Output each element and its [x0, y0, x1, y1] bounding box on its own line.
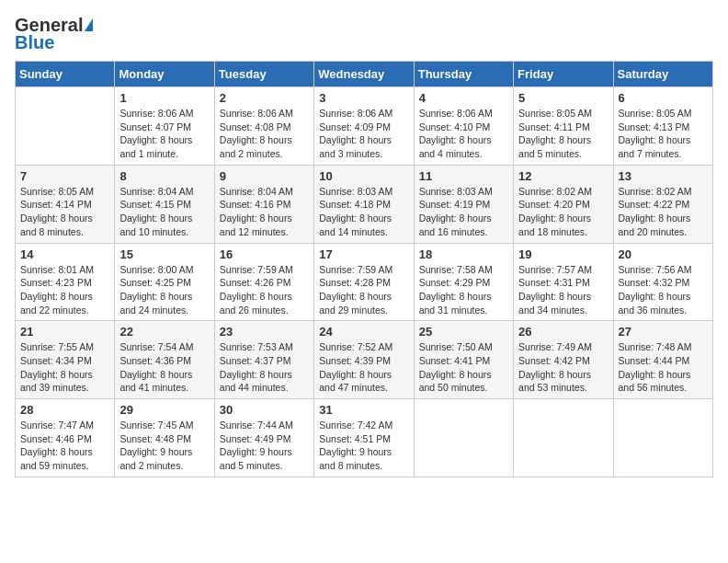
sunrise-text: Sunrise: 7:48 AM — [619, 340, 708, 354]
daylight-text: Daylight: 8 hours and 50 minutes. — [419, 368, 508, 395]
calendar-cell: 15Sunrise: 8:00 AMSunset: 4:25 PMDayligh… — [115, 243, 214, 321]
calendar-cell: 7Sunrise: 8:05 AMSunset: 4:14 PMDaylight… — [16, 165, 115, 243]
sunset-text: Sunset: 4:44 PM — [619, 354, 708, 368]
calendar-cell: 25Sunrise: 7:50 AMSunset: 4:41 PMDayligh… — [414, 321, 513, 399]
day-number: 4 — [419, 91, 508, 105]
sunset-text: Sunset: 4:41 PM — [419, 354, 508, 368]
calendar-cell: 29Sunrise: 7:45 AMSunset: 4:48 PMDayligh… — [115, 399, 214, 477]
day-info: Sunrise: 8:02 AMSunset: 4:20 PMDaylight:… — [518, 185, 608, 239]
day-number: 31 — [319, 403, 408, 417]
daylight-text: Daylight: 8 hours and 5 minutes. — [518, 133, 608, 160]
day-number: 29 — [119, 403, 209, 417]
day-info: Sunrise: 7:50 AMSunset: 4:41 PMDaylight:… — [419, 340, 508, 395]
calendar-cell: 17Sunrise: 7:59 AMSunset: 4:28 PMDayligh… — [314, 243, 414, 321]
sunset-text: Sunset: 4:32 PM — [619, 276, 708, 290]
weekday-header-thursday: Thursday — [414, 62, 513, 87]
page-header: General Blue — [15, 15, 713, 53]
daylight-text: Daylight: 8 hours and 39 minutes. — [20, 368, 109, 395]
sunrise-text: Sunrise: 8:04 AM — [220, 185, 309, 199]
daylight-text: Daylight: 8 hours and 1 minute. — [119, 133, 209, 160]
calendar-cell: 4Sunrise: 8:06 AMSunset: 4:10 PMDaylight… — [414, 87, 513, 166]
sunset-text: Sunset: 4:14 PM — [20, 198, 109, 212]
sunrise-text: Sunrise: 7:45 AM — [119, 419, 209, 432]
day-number: 16 — [220, 247, 309, 261]
sunrise-text: Sunrise: 7:54 AM — [119, 340, 209, 354]
day-info: Sunrise: 7:59 AMSunset: 4:26 PMDaylight:… — [220, 263, 309, 317]
sunset-text: Sunset: 4:11 PM — [518, 121, 608, 134]
weekday-header-saturday: Saturday — [613, 62, 712, 87]
daylight-text: Daylight: 8 hours and 24 minutes. — [119, 290, 209, 316]
daylight-text: Daylight: 8 hours and 22 minutes. — [20, 290, 109, 316]
day-number: 7 — [20, 169, 109, 183]
day-number: 17 — [319, 247, 408, 261]
day-info: Sunrise: 7:48 AMSunset: 4:44 PMDaylight:… — [619, 340, 708, 395]
sunrise-text: Sunrise: 8:03 AM — [419, 185, 508, 199]
weekday-header-row: SundayMondayTuesdayWednesdayThursdayFrid… — [16, 62, 713, 87]
sunrise-text: Sunrise: 8:01 AM — [20, 263, 109, 277]
sunset-text: Sunset: 4:37 PM — [220, 354, 309, 368]
day-number: 1 — [119, 91, 209, 105]
daylight-text: Daylight: 8 hours and 10 minutes. — [119, 212, 209, 238]
calendar-cell: 11Sunrise: 8:03 AMSunset: 4:19 PMDayligh… — [414, 165, 513, 243]
sunset-text: Sunset: 4:07 PM — [119, 121, 209, 134]
sunrise-text: Sunrise: 8:03 AM — [319, 185, 408, 199]
day-info: Sunrise: 8:03 AMSunset: 4:19 PMDaylight:… — [419, 185, 508, 239]
day-info: Sunrise: 8:05 AMSunset: 4:11 PMDaylight:… — [518, 107, 608, 161]
daylight-text: Daylight: 8 hours and 20 minutes. — [619, 212, 708, 238]
daylight-text: Daylight: 8 hours and 3 minutes. — [319, 133, 408, 160]
sunrise-text: Sunrise: 8:05 AM — [619, 107, 708, 121]
calendar-cell: 8Sunrise: 8:04 AMSunset: 4:15 PMDaylight… — [115, 165, 214, 243]
day-info: Sunrise: 7:42 AMSunset: 4:51 PMDaylight:… — [319, 419, 408, 473]
calendar-cell: 19Sunrise: 7:57 AMSunset: 4:31 PMDayligh… — [514, 243, 613, 321]
calendar-cell: 21Sunrise: 7:55 AMSunset: 4:34 PMDayligh… — [16, 321, 115, 399]
calendar-cell: 14Sunrise: 8:01 AMSunset: 4:23 PMDayligh… — [16, 243, 115, 321]
daylight-text: Daylight: 8 hours and 4 minutes. — [419, 133, 508, 160]
calendar-cell: 26Sunrise: 7:49 AMSunset: 4:42 PMDayligh… — [514, 321, 613, 399]
day-number: 23 — [220, 325, 309, 339]
daylight-text: Daylight: 8 hours and 53 minutes. — [518, 368, 608, 395]
sunrise-text: Sunrise: 7:56 AM — [619, 263, 708, 277]
calendar-cell: 3Sunrise: 8:06 AMSunset: 4:09 PMDaylight… — [314, 87, 414, 166]
day-info: Sunrise: 7:47 AMSunset: 4:46 PMDaylight:… — [20, 419, 109, 473]
sunset-text: Sunset: 4:10 PM — [419, 121, 508, 134]
daylight-text: Daylight: 8 hours and 34 minutes. — [518, 290, 608, 316]
calendar-cell: 18Sunrise: 7:58 AMSunset: 4:29 PMDayligh… — [414, 243, 513, 321]
daylight-text: Daylight: 8 hours and 7 minutes. — [619, 133, 708, 160]
sunset-text: Sunset: 4:46 PM — [20, 432, 109, 446]
day-number: 15 — [119, 247, 209, 261]
day-info: Sunrise: 8:06 AMSunset: 4:08 PMDaylight:… — [220, 107, 309, 161]
daylight-text: Daylight: 8 hours and 31 minutes. — [419, 290, 508, 316]
calendar-cell: 31Sunrise: 7:42 AMSunset: 4:51 PMDayligh… — [314, 399, 414, 477]
sunrise-text: Sunrise: 8:06 AM — [419, 107, 508, 121]
sunrise-text: Sunrise: 7:58 AM — [419, 263, 508, 277]
calendar-week-2: 7Sunrise: 8:05 AMSunset: 4:14 PMDaylight… — [16, 165, 713, 243]
calendar-table: SundayMondayTuesdayWednesdayThursdayFrid… — [15, 61, 713, 477]
calendar-cell: 27Sunrise: 7:48 AMSunset: 4:44 PMDayligh… — [613, 321, 712, 399]
calendar-week-1: 1Sunrise: 8:06 AMSunset: 4:07 PMDaylight… — [16, 87, 713, 166]
calendar-cell: 23Sunrise: 7:53 AMSunset: 4:37 PMDayligh… — [214, 321, 313, 399]
sunset-text: Sunset: 4:36 PM — [119, 354, 209, 368]
day-info: Sunrise: 7:53 AMSunset: 4:37 PMDaylight:… — [220, 340, 309, 395]
sunrise-text: Sunrise: 7:59 AM — [319, 263, 408, 277]
logo-triangle-icon — [85, 18, 93, 31]
day-number: 10 — [319, 169, 408, 183]
calendar-cell: 30Sunrise: 7:44 AMSunset: 4:49 PMDayligh… — [214, 399, 313, 477]
calendar-week-5: 28Sunrise: 7:47 AMSunset: 4:46 PMDayligh… — [16, 399, 713, 477]
day-info: Sunrise: 8:06 AMSunset: 4:10 PMDaylight:… — [419, 107, 508, 161]
sunrise-text: Sunrise: 7:50 AM — [419, 340, 508, 354]
sunset-text: Sunset: 4:34 PM — [20, 354, 109, 368]
daylight-text: Daylight: 8 hours and 2 minutes. — [220, 133, 309, 160]
sunrise-text: Sunrise: 7:57 AM — [518, 263, 608, 277]
day-info: Sunrise: 8:06 AMSunset: 4:07 PMDaylight:… — [119, 107, 209, 161]
sunset-text: Sunset: 4:48 PM — [119, 432, 209, 446]
weekday-header-monday: Monday — [115, 62, 214, 87]
calendar-cell — [514, 399, 613, 477]
sunrise-text: Sunrise: 7:49 AM — [518, 340, 608, 354]
sunset-text: Sunset: 4:31 PM — [518, 276, 608, 290]
day-number: 13 — [619, 169, 708, 183]
day-info: Sunrise: 7:44 AMSunset: 4:49 PMDaylight:… — [220, 419, 309, 473]
sunrise-text: Sunrise: 8:00 AM — [119, 263, 209, 277]
day-number: 21 — [20, 325, 109, 339]
sunset-text: Sunset: 4:39 PM — [319, 354, 408, 368]
sunset-text: Sunset: 4:26 PM — [220, 276, 309, 290]
